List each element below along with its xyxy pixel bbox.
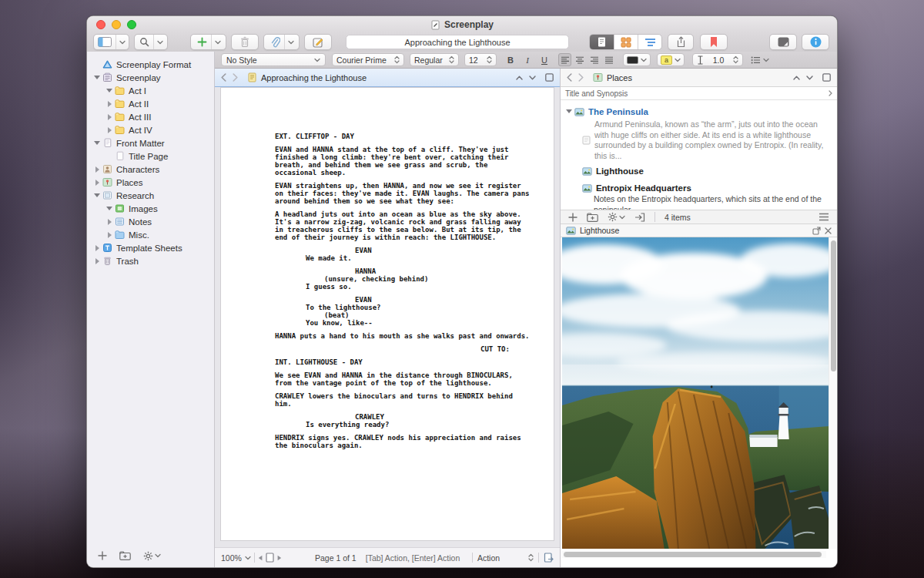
next-document-icon[interactable] — [806, 76, 813, 80]
action-menu[interactable] — [608, 212, 625, 222]
binder-item-misc-[interactable]: Misc. — [87, 228, 214, 241]
binder-item-act-ii[interactable]: Act II — [87, 97, 214, 110]
chevron-down-icon[interactable] — [116, 35, 129, 49]
line-spacing-control[interactable]: 1.0 — [692, 53, 743, 66]
align-center-button[interactable] — [573, 53, 586, 66]
forward-icon[interactable] — [578, 73, 584, 82]
disclosure-triangle-icon[interactable] — [105, 114, 113, 120]
binder-item-act-iii[interactable]: Act III — [87, 110, 214, 123]
add-icon[interactable] — [98, 551, 107, 560]
split-editor-icon[interactable] — [545, 73, 554, 82]
disclosure-triangle-icon[interactable] — [105, 232, 113, 238]
scriptwriting-mode-icon[interactable] — [544, 553, 554, 563]
image-viewer[interactable] — [561, 237, 837, 567]
disclosure-triangle-icon[interactable] — [105, 101, 113, 107]
add-item-button[interactable] — [190, 34, 226, 50]
list-format-button[interactable] — [751, 53, 769, 66]
toggle-binder-button[interactable] — [93, 34, 129, 50]
highlight-color-well[interactable]: a — [657, 53, 685, 66]
list-options-icon[interactable] — [819, 213, 829, 221]
disclosure-triangle-icon[interactable] — [93, 141, 101, 145]
next-page-icon[interactable] — [277, 555, 282, 561]
binder-item-characters[interactable]: Characters — [87, 163, 214, 176]
binder-item-places[interactable]: Places — [87, 176, 214, 189]
quick-reference-button[interactable] — [304, 34, 332, 50]
back-icon[interactable] — [221, 73, 226, 82]
document-title-field[interactable]: Approaching the Lighthouse — [346, 35, 569, 49]
share-button[interactable] — [668, 34, 694, 50]
binder-action-menu[interactable] — [143, 551, 161, 561]
add-icon[interactable] — [568, 213, 578, 222]
binder-item-trash[interactable]: Trash — [87, 254, 214, 267]
outline-row-the-peninsula[interactable]: The Peninsula — [561, 105, 837, 118]
close-icon[interactable] — [825, 227, 832, 234]
binder-item-title-page[interactable]: Title Page — [87, 150, 214, 163]
previous-document-icon[interactable] — [793, 76, 800, 80]
chevron-right-icon[interactable] — [829, 90, 832, 96]
outline-row-entropix-headquarters[interactable]: Entropix Headquarters — [561, 181, 837, 194]
outline-row-lighthouse[interactable]: Lighthouse — [561, 164, 837, 177]
bold-button[interactable]: B — [504, 53, 517, 66]
minimize-button[interactable] — [112, 20, 121, 29]
add-folder-icon[interactable] — [587, 213, 598, 222]
search-button[interactable] — [134, 34, 168, 50]
align-justify-button[interactable] — [602, 53, 615, 66]
inspector-button[interactable] — [802, 34, 829, 50]
compose-mode-button[interactable] — [769, 34, 797, 50]
disclosure-triangle-icon[interactable] — [93, 258, 101, 264]
text-color-well[interactable] — [623, 53, 651, 66]
disclosure-triangle-icon[interactable] — [105, 89, 113, 92]
horizontal-scrollbar[interactable] — [562, 551, 826, 558]
align-left-button[interactable] — [558, 53, 571, 66]
align-right-button[interactable] — [588, 53, 601, 66]
screenplay-page[interactable]: EXT. CLIFFTOP - DAYEVAN and HANNA stand … — [220, 87, 554, 541]
binder-item-notes[interactable]: Notes — [87, 215, 214, 228]
chevron-down-icon[interactable] — [153, 35, 166, 49]
previous-page-icon[interactable] — [258, 555, 263, 561]
style-dropdown[interactable]: No Style — [221, 53, 326, 66]
back-icon[interactable] — [567, 73, 572, 82]
font-dropdown[interactable]: Courier Prime — [332, 53, 404, 66]
disclosure-triangle-icon[interactable] — [93, 180, 101, 186]
chevron-down-icon[interactable] — [211, 35, 224, 49]
scrollbar-thumb[interactable] — [564, 552, 822, 557]
stepper-icon[interactable] — [528, 553, 534, 562]
trash-button[interactable] — [231, 34, 259, 50]
forward-icon[interactable] — [233, 73, 238, 82]
scrollbar-thumb[interactable] — [831, 240, 836, 371]
close-button[interactable] — [96, 20, 105, 29]
font-size-stepper[interactable]: 12 — [464, 53, 497, 66]
disclosure-triangle-icon[interactable] — [93, 76, 101, 79]
attach-button[interactable] — [263, 34, 300, 50]
bookmark-button[interactable] — [700, 34, 728, 50]
zoom-level[interactable]: 100% — [221, 553, 242, 563]
view-mode-document[interactable] — [590, 35, 614, 49]
next-document-icon[interactable] — [529, 76, 536, 80]
disclosure-triangle-icon[interactable] — [105, 127, 113, 133]
element-mode[interactable]: Action — [477, 553, 524, 563]
disclosure-triangle-icon[interactable] — [93, 193, 101, 197]
zoom-button[interactable] — [127, 20, 136, 29]
chevron-down-icon[interactable] — [284, 35, 297, 49]
vertical-scrollbar[interactable] — [829, 237, 836, 549]
binder-item-screenplay-format[interactable]: Screenplay Format — [87, 58, 214, 71]
window-titlebar[interactable]: Screenplay — [87, 16, 837, 33]
disclosure-triangle-icon[interactable] — [105, 219, 113, 225]
disclosure-triangle-icon[interactable] — [93, 166, 101, 173]
binder-item-act-i[interactable]: Act I — [87, 84, 214, 97]
binder-item-front-matter[interactable]: Front Matter — [87, 136, 214, 150]
chevron-down-icon[interactable] — [245, 556, 251, 560]
import-icon[interactable] — [634, 213, 645, 222]
binder-item-research[interactable]: Research — [87, 189, 214, 202]
binder-item-screenplay[interactable]: Screenplay — [87, 71, 214, 84]
disclosure-triangle-icon[interactable] — [565, 109, 573, 113]
outliner-column-header[interactable]: Title and Synopsis — [561, 87, 837, 100]
binder-item-images[interactable]: Images — [87, 202, 214, 215]
underline-button[interactable]: U — [538, 53, 551, 66]
add-folder-icon[interactable] — [119, 551, 131, 560]
italic-button[interactable]: I — [521, 53, 534, 66]
binder-item-template-sheets[interactable]: Template Sheets — [87, 241, 214, 254]
font-weight-dropdown[interactable]: Regular — [410, 53, 459, 66]
disclosure-triangle-icon[interactable] — [105, 207, 113, 210]
view-mode-outliner[interactable] — [638, 35, 661, 49]
